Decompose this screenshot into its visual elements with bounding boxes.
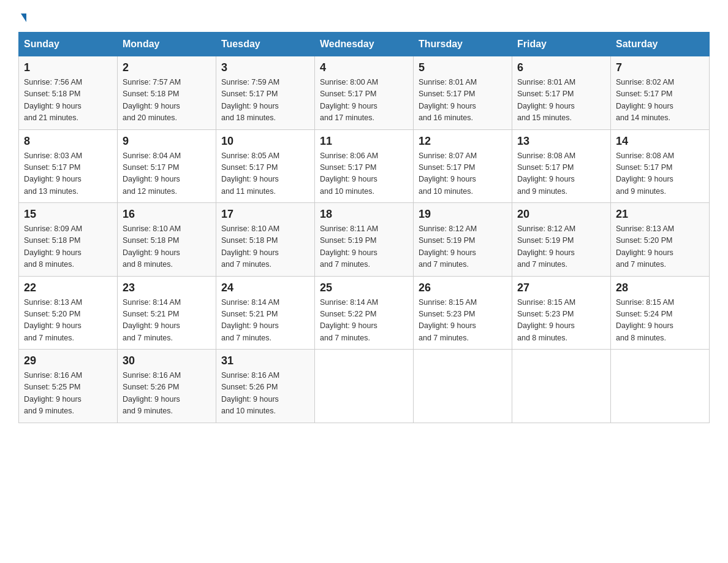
day-number: 6 xyxy=(517,61,605,74)
day-number: 15 xyxy=(24,208,112,221)
day-info: Sunrise: 8:12 AMSunset: 5:19 PMDaylight:… xyxy=(419,223,507,271)
week-row-5: 29Sunrise: 8:16 AMSunset: 5:25 PMDayligh… xyxy=(19,350,710,423)
day-info: Sunrise: 8:09 AMSunset: 5:18 PMDaylight:… xyxy=(24,223,112,271)
day-cell: 31Sunrise: 8:16 AMSunset: 5:26 PMDayligh… xyxy=(216,350,315,423)
day-info: Sunrise: 8:15 AMSunset: 5:23 PMDaylight:… xyxy=(517,297,605,345)
day-cell: 7Sunrise: 8:02 AMSunset: 5:17 PMDaylight… xyxy=(611,56,710,130)
col-header-saturday: Saturday xyxy=(611,33,710,56)
day-number: 23 xyxy=(123,282,211,294)
header xyxy=(18,12,710,21)
day-cell: 4Sunrise: 8:00 AMSunset: 5:17 PMDaylight… xyxy=(315,56,414,130)
day-info: Sunrise: 8:08 AMSunset: 5:17 PMDaylight:… xyxy=(616,150,704,198)
day-cell: 18Sunrise: 8:11 AMSunset: 5:19 PMDayligh… xyxy=(315,203,414,277)
day-cell: 21Sunrise: 8:13 AMSunset: 5:20 PMDayligh… xyxy=(611,203,710,277)
day-cell: 10Sunrise: 8:05 AMSunset: 5:17 PMDayligh… xyxy=(216,129,315,203)
day-info: Sunrise: 8:11 AMSunset: 5:19 PMDaylight:… xyxy=(320,223,408,271)
day-cell: 27Sunrise: 8:15 AMSunset: 5:23 PMDayligh… xyxy=(512,276,611,350)
day-number: 10 xyxy=(221,135,309,148)
day-info: Sunrise: 8:16 AMSunset: 5:26 PMDaylight:… xyxy=(123,370,211,418)
day-number: 26 xyxy=(419,282,507,294)
day-cell: 16Sunrise: 8:10 AMSunset: 5:18 PMDayligh… xyxy=(118,203,216,277)
day-info: Sunrise: 8:13 AMSunset: 5:20 PMDaylight:… xyxy=(24,297,112,345)
day-info: Sunrise: 8:00 AMSunset: 5:17 PMDaylight:… xyxy=(320,77,408,124)
day-info: Sunrise: 8:16 AMSunset: 5:26 PMDaylight:… xyxy=(221,370,309,418)
day-info: Sunrise: 8:07 AMSunset: 5:17 PMDaylight:… xyxy=(419,150,507,198)
day-cell: 1Sunrise: 7:56 AMSunset: 5:18 PMDaylight… xyxy=(19,56,118,130)
col-header-wednesday: Wednesday xyxy=(315,33,414,56)
day-info: Sunrise: 7:59 AMSunset: 5:17 PMDaylight:… xyxy=(221,77,309,124)
day-number: 7 xyxy=(616,61,704,74)
day-cell: 2Sunrise: 7:57 AMSunset: 5:18 PMDaylight… xyxy=(118,56,216,130)
day-info: Sunrise: 8:01 AMSunset: 5:17 PMDaylight:… xyxy=(419,77,507,124)
day-cell: 25Sunrise: 8:14 AMSunset: 5:22 PMDayligh… xyxy=(315,276,414,350)
day-number: 24 xyxy=(221,282,309,294)
day-info: Sunrise: 8:15 AMSunset: 5:24 PMDaylight:… xyxy=(616,297,704,345)
week-row-2: 8Sunrise: 8:03 AMSunset: 5:17 PMDaylight… xyxy=(19,129,710,203)
day-number: 20 xyxy=(517,208,605,221)
day-cell: 30Sunrise: 8:16 AMSunset: 5:26 PMDayligh… xyxy=(118,350,216,423)
day-number: 4 xyxy=(320,61,408,74)
col-header-tuesday: Tuesday xyxy=(216,33,315,56)
day-number: 9 xyxy=(123,135,211,148)
day-info: Sunrise: 8:04 AMSunset: 5:17 PMDaylight:… xyxy=(123,150,211,198)
day-number: 31 xyxy=(221,354,309,367)
day-number: 28 xyxy=(616,282,704,294)
day-number: 19 xyxy=(419,208,507,221)
day-info: Sunrise: 8:14 AMSunset: 5:21 PMDaylight:… xyxy=(221,297,309,345)
day-cell: 22Sunrise: 8:13 AMSunset: 5:20 PMDayligh… xyxy=(19,276,118,350)
day-info: Sunrise: 8:01 AMSunset: 5:17 PMDaylight:… xyxy=(517,77,605,124)
day-cell: 8Sunrise: 8:03 AMSunset: 5:17 PMDaylight… xyxy=(19,129,118,203)
day-number: 17 xyxy=(221,208,309,221)
day-cell: 19Sunrise: 8:12 AMSunset: 5:19 PMDayligh… xyxy=(414,203,512,277)
day-info: Sunrise: 8:10 AMSunset: 5:18 PMDaylight:… xyxy=(221,223,309,271)
day-number: 12 xyxy=(419,135,507,148)
day-info: Sunrise: 8:14 AMSunset: 5:21 PMDaylight:… xyxy=(123,297,211,345)
day-cell: 5Sunrise: 8:01 AMSunset: 5:17 PMDaylight… xyxy=(414,56,512,130)
logo xyxy=(18,12,26,21)
day-number: 30 xyxy=(123,354,211,367)
col-header-sunday: Sunday xyxy=(19,33,118,56)
day-cell xyxy=(414,350,512,423)
day-number: 3 xyxy=(221,61,309,74)
col-header-friday: Friday xyxy=(512,33,611,56)
day-cell xyxy=(315,350,414,423)
week-row-4: 22Sunrise: 8:13 AMSunset: 5:20 PMDayligh… xyxy=(19,276,710,350)
day-info: Sunrise: 7:56 AMSunset: 5:18 PMDaylight:… xyxy=(24,77,112,124)
day-info: Sunrise: 8:05 AMSunset: 5:17 PMDaylight:… xyxy=(221,150,309,198)
day-info: Sunrise: 8:13 AMSunset: 5:20 PMDaylight:… xyxy=(616,223,704,271)
day-number: 2 xyxy=(123,61,211,74)
day-info: Sunrise: 8:16 AMSunset: 5:25 PMDaylight:… xyxy=(24,370,112,418)
day-cell: 23Sunrise: 8:14 AMSunset: 5:21 PMDayligh… xyxy=(118,276,216,350)
day-cell xyxy=(611,350,710,423)
day-cell: 28Sunrise: 8:15 AMSunset: 5:24 PMDayligh… xyxy=(611,276,710,350)
day-info: Sunrise: 8:08 AMSunset: 5:17 PMDaylight:… xyxy=(517,150,605,198)
day-cell: 12Sunrise: 8:07 AMSunset: 5:17 PMDayligh… xyxy=(414,129,512,203)
day-cell: 9Sunrise: 8:04 AMSunset: 5:17 PMDaylight… xyxy=(118,129,216,203)
col-header-monday: Monday xyxy=(118,33,216,56)
week-row-1: 1Sunrise: 7:56 AMSunset: 5:18 PMDaylight… xyxy=(19,56,710,130)
week-row-3: 15Sunrise: 8:09 AMSunset: 5:18 PMDayligh… xyxy=(19,203,710,277)
day-number: 16 xyxy=(123,208,211,221)
day-info: Sunrise: 8:15 AMSunset: 5:23 PMDaylight:… xyxy=(419,297,507,345)
header-row: SundayMondayTuesdayWednesdayThursdayFrid… xyxy=(19,33,710,56)
day-info: Sunrise: 7:57 AMSunset: 5:18 PMDaylight:… xyxy=(123,77,211,124)
day-number: 8 xyxy=(24,135,112,148)
day-cell: 20Sunrise: 8:12 AMSunset: 5:19 PMDayligh… xyxy=(512,203,611,277)
day-cell: 15Sunrise: 8:09 AMSunset: 5:18 PMDayligh… xyxy=(19,203,118,277)
day-number: 18 xyxy=(320,208,408,221)
day-cell: 17Sunrise: 8:10 AMSunset: 5:18 PMDayligh… xyxy=(216,203,315,277)
logo-arrow-icon xyxy=(21,13,26,22)
day-number: 14 xyxy=(616,135,704,148)
day-number: 5 xyxy=(419,61,507,74)
day-info: Sunrise: 8:02 AMSunset: 5:17 PMDaylight:… xyxy=(616,77,704,124)
col-header-thursday: Thursday xyxy=(414,33,512,56)
calendar-table: SundayMondayTuesdayWednesdayThursdayFrid… xyxy=(18,32,710,423)
day-number: 25 xyxy=(320,282,408,294)
day-number: 29 xyxy=(24,354,112,367)
day-number: 11 xyxy=(320,135,408,148)
day-info: Sunrise: 8:03 AMSunset: 5:17 PMDaylight:… xyxy=(24,150,112,198)
day-cell: 11Sunrise: 8:06 AMSunset: 5:17 PMDayligh… xyxy=(315,129,414,203)
day-info: Sunrise: 8:10 AMSunset: 5:18 PMDaylight:… xyxy=(123,223,211,271)
day-cell: 24Sunrise: 8:14 AMSunset: 5:21 PMDayligh… xyxy=(216,276,315,350)
day-cell: 13Sunrise: 8:08 AMSunset: 5:17 PMDayligh… xyxy=(512,129,611,203)
